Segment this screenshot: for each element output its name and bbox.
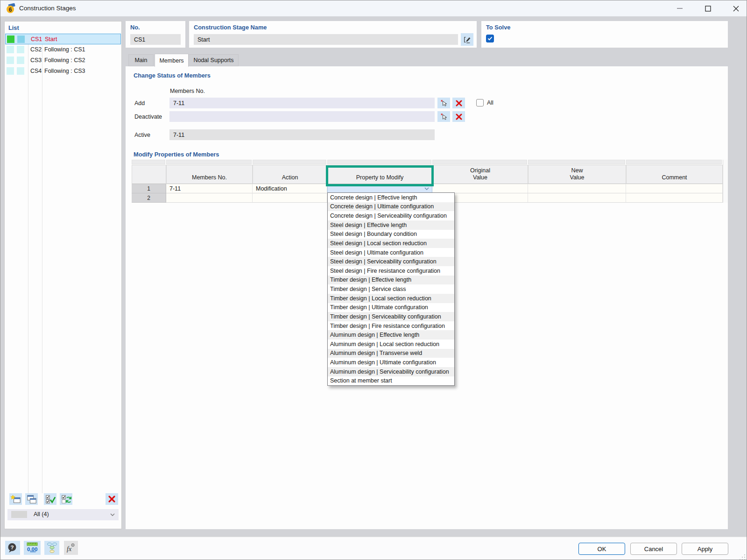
list-item-cs3[interactable]: CS3 Following : CS2	[5, 55, 121, 66]
dropdown-option[interactable]: Steel design | Local section reduction	[328, 239, 454, 248]
dropdown-option[interactable]: Aluminum design | Transverse weld	[328, 349, 454, 358]
deactivate-clear-button[interactable]	[452, 111, 465, 122]
row-number-cell[interactable]: 1	[132, 184, 166, 193]
action-cell[interactable]	[253, 193, 327, 203]
stage-name-field[interactable]: Start	[194, 34, 458, 45]
dropdown-option[interactable]: Concrete design | Effective length	[328, 193, 454, 202]
filter-swatch	[11, 511, 27, 518]
add-pick-members-button[interactable]	[437, 98, 450, 108]
dropdown-option[interactable]: Concrete design | Serviceability configu…	[328, 211, 454, 220]
window-title: Construction Stages	[19, 5, 76, 12]
resize-grip[interactable]	[739, 554, 746, 560]
header-new-value: New Value	[528, 165, 626, 184]
dropdown-option[interactable]: Timber design | Local section reduction	[328, 294, 454, 303]
list-grid-line	[28, 34, 28, 493]
header-row-number	[132, 165, 166, 184]
column-grip[interactable]	[327, 160, 431, 164]
delete-x-icon	[456, 113, 462, 120]
stage-status-swatch	[17, 67, 24, 75]
dropdown-option[interactable]: Steel design | Fire resistance configura…	[328, 266, 454, 276]
maximize-button[interactable]	[697, 0, 719, 16]
new-value-cell[interactable]	[528, 193, 626, 203]
dropdown-option[interactable]: Concrete design | Ultimate configuration	[328, 202, 454, 212]
action-cell[interactable]: Modification	[253, 184, 327, 193]
stage-name: Start	[45, 36, 57, 43]
column-grip[interactable]	[626, 160, 722, 164]
list-heading: List	[8, 24, 19, 31]
column-grip[interactable]	[132, 160, 165, 164]
active-label: Active	[134, 132, 150, 138]
delete-x-icon	[456, 100, 462, 106]
dropdown-option[interactable]: Aluminum design | Local section reductio…	[328, 340, 454, 349]
delete-stage-button[interactable]	[106, 493, 118, 505]
tab-nodal-supports[interactable]: Nodal Supports	[189, 54, 239, 66]
name-group: Construction Stage Name Start	[189, 21, 477, 48]
all-members-checkbox[interactable]	[476, 99, 484, 106]
list-item-cs2[interactable]: CS2 Following : CS1	[5, 44, 121, 55]
tab-members[interactable]: Members	[155, 54, 189, 67]
stage-status-swatch	[7, 57, 14, 64]
svg-text:0.00: 0.00	[27, 546, 37, 552]
no-group: No. CS1	[126, 21, 185, 48]
original-value-cell[interactable]	[432, 184, 528, 193]
column-grip[interactable]	[528, 160, 625, 164]
add-members-input[interactable]: 7-11	[169, 98, 435, 108]
dropdown-option[interactable]: Timber design | Service class	[328, 284, 454, 294]
invert-selection-button[interactable]	[60, 493, 72, 505]
dropdown-option[interactable]: Steel design | Serviceability configurat…	[328, 257, 454, 266]
row-number-cell[interactable]: 2	[132, 193, 166, 203]
minimize-button[interactable]	[669, 0, 691, 16]
dropdown-option[interactable]: Timber design | Fire resistance configur…	[328, 321, 454, 331]
help-button[interactable]: ?	[5, 541, 20, 555]
rename-stage-button[interactable]	[461, 33, 473, 46]
select-all-button[interactable]	[44, 493, 56, 505]
deactivate-pick-members-button[interactable]	[437, 111, 450, 122]
tab-main[interactable]: Main	[128, 54, 154, 66]
tab-nodal-supports-label: Nodal Supports	[193, 57, 233, 64]
dropdown-option[interactable]: Steel design | Effective length	[328, 220, 454, 230]
dropdown-option[interactable]: Aluminum design | Serviceability configu…	[328, 367, 454, 376]
change-status-heading: Change Status of Members	[134, 72, 211, 79]
header-comment: Comment	[626, 165, 723, 184]
close-button[interactable]	[725, 0, 747, 16]
cancel-label: Cancel	[644, 546, 663, 553]
comment-cell[interactable]	[626, 193, 723, 203]
dropdown-option[interactable]: Section at member start	[328, 376, 454, 386]
new-stage-button[interactable]	[9, 493, 22, 505]
list-item-cs1[interactable]: CS1 Start	[5, 34, 121, 44]
ok-button[interactable]: OK	[578, 543, 625, 555]
deactivate-members-input[interactable]	[169, 111, 435, 122]
column-grip[interactable]	[253, 160, 326, 164]
new-value-cell[interactable]	[528, 184, 626, 193]
topology-view-button[interactable]	[44, 541, 59, 555]
no-label: No.	[130, 24, 140, 31]
list-filter-dropdown[interactable]: All (4)	[7, 509, 119, 520]
list-item-cs4[interactable]: CS4 Following : CS3	[5, 66, 121, 77]
dropdown-option[interactable]: Steel design | Boundary condition	[328, 230, 454, 239]
add-clear-button[interactable]	[452, 98, 465, 108]
dropdown-option[interactable]: Steel design | Ultimate configuration	[328, 248, 454, 257]
column-grip[interactable]	[166, 160, 252, 164]
column-grip[interactable]	[432, 160, 527, 164]
table-scrollbar-track[interactable]	[723, 160, 728, 203]
add-label: Add	[134, 100, 145, 106]
dropdown-option[interactable]: Aluminum design | Effective length	[328, 330, 454, 340]
copy-stage-button[interactable]	[25, 493, 38, 505]
dropdown-option[interactable]: Timber design | Effective length	[328, 276, 454, 285]
formula-button[interactable]: fx	[64, 541, 78, 555]
header-action: Action	[253, 165, 327, 184]
members-no-cell[interactable]: 7-11	[166, 184, 253, 193]
to-solve-group: To Solve	[481, 21, 728, 48]
dialog-footer: ? 0.00 fx OK	[0, 537, 747, 560]
dropdown-option[interactable]: Timber design | Ultimate configuration	[328, 303, 454, 312]
cancel-button[interactable]: Cancel	[630, 543, 677, 555]
dropdown-option[interactable]: Aluminum design | Ultimate configuration	[328, 358, 454, 367]
comment-cell[interactable]	[626, 184, 723, 193]
to-solve-checkbox[interactable]	[486, 35, 494, 43]
dropdown-option[interactable]: Timber design | Serviceability configura…	[328, 312, 454, 321]
apply-button[interactable]: Apply	[682, 543, 728, 555]
tab-members-label: Members	[159, 57, 183, 64]
construction-stages-dialog: 6 Construction Stages List CS1 Start CS2	[0, 0, 747, 560]
members-no-cell[interactable]	[166, 193, 253, 203]
units-settings-button[interactable]: 0.00	[24, 541, 41, 555]
